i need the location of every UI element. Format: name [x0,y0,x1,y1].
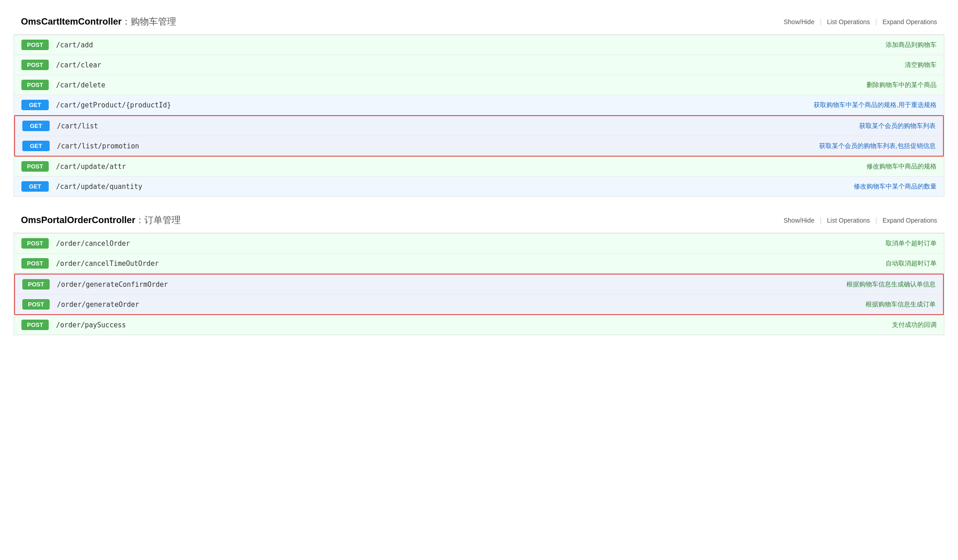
operations-list: POST/cart/add添加商品到购物车POST/cart/clear清空购物… [14,35,944,197]
highlighted-group-cart-list-group: GET/cart/list获取某个会员的购物车列表GET/cart/list/p… [14,115,944,157]
operation-row[interactable]: POST/cart/add添加商品到购物车 [14,35,944,55]
controller-actions: Show/Hide|List Operations|Expand Operati… [784,217,937,224]
operation-path: /order/cancelTimeOutOrder [56,260,846,268]
controller-header: OmsPortalOrderController：订单管理Show/Hide|L… [14,208,944,233]
controller-section-order-controller: OmsPortalOrderController：订单管理Show/Hide|L… [14,208,944,335]
highlighted-group-order-generate-group: POST/order/generateConfirmOrder根据购物车信息生成… [14,274,944,315]
operation-row[interactable]: POST/cart/clear清空购物车 [14,55,944,75]
operation-path: /order/cancelOrder [56,239,846,248]
operation-desc: 获取购物车中某个商品的规格,用于重选规格 [814,101,937,109]
method-badge-post: POST [21,320,49,330]
divider: | [876,217,877,224]
controller-section-cart-controller: OmsCartItemController：购物车管理Show/Hide|Lis… [14,9,944,197]
method-badge-get: GET [21,181,49,192]
method-badge-post: POST [21,60,49,70]
list-operations-link[interactable]: List Operations [827,217,870,224]
method-badge-post: POST [21,238,49,249]
operation-desc: 添加商品到购物车 [846,41,937,49]
method-badge-post: POST [22,279,50,290]
divider: | [876,18,877,25]
operation-path: /cart/update/quantity [56,183,846,191]
list-operations-link[interactable]: List Operations [827,18,870,25]
expand-operations-link[interactable]: Expand Operations [882,18,937,25]
method-badge-post: POST [21,161,49,172]
operation-path: /order/generateOrder [57,300,845,309]
operation-row[interactable]: POST/cart/update/attr修改购物车中商品的规格 [14,157,944,177]
controller-header: OmsCartItemController：购物车管理Show/Hide|Lis… [14,9,944,35]
operation-row[interactable]: GET/cart/list获取某个会员的购物车列表 [15,116,943,136]
operations-list: POST/order/cancelOrder取消单个超时订单POST/order… [14,233,944,335]
operation-desc: 清空购物车 [846,61,937,69]
operation-row[interactable]: POST/order/paySuccess支付成功的回调 [14,315,944,335]
operation-desc: 取消单个超时订单 [846,239,937,248]
operation-desc: 获取某个会员的购物车列表 [845,122,936,130]
method-badge-post: POST [21,40,49,50]
method-badge-get: GET [22,121,50,131]
operation-desc: 根据购物车信息生成确认单信息 [845,280,936,289]
operation-desc: 支付成功的回调 [846,321,937,329]
operation-row[interactable]: POST/order/generateConfirmOrder根据购物车信息生成… [15,275,943,295]
show-hide-link[interactable]: Show/Hide [784,18,815,25]
operation-row[interactable]: POST/cart/delete删除购物车中的某个商品 [14,75,944,95]
operation-row[interactable]: POST/order/generateOrder根据购物车信息生成订单 [15,295,943,314]
operation-path: /cart/getProduct/{productId} [56,101,814,109]
method-badge-post: POST [21,80,49,90]
operation-desc: 删除购物车中的某个商品 [846,81,937,89]
show-hide-link[interactable]: Show/Hide [784,217,815,224]
operation-path: /cart/clear [56,61,846,69]
operation-row[interactable]: POST/order/cancelOrder取消单个超时订单 [14,234,944,254]
operation-row[interactable]: GET/cart/getProduct/{productId}获取购物车中某个商… [14,95,944,115]
operation-path: /cart/delete [56,81,846,89]
operation-desc: 获取某个会员的购物车列表,包括促销信息 [819,142,936,150]
operation-desc: 修改购物车中某个商品的数量 [846,183,937,191]
method-badge-post: POST [22,299,50,310]
page-wrapper: OmsCartItemController：购物车管理Show/Hide|Lis… [0,0,958,355]
operation-row[interactable]: POST/order/cancelTimeOutOrder自动取消超时订单 [14,254,944,274]
operation-row[interactable]: GET/cart/list/promotion获取某个会员的购物车列表,包括促销… [15,136,943,156]
operation-desc: 自动取消超时订单 [846,260,937,268]
method-badge-get: GET [21,100,49,110]
operation-path: /cart/list/promotion [57,142,819,150]
method-badge-post: POST [21,258,49,269]
operation-path: /order/paySuccess [56,321,846,329]
operation-path: /cart/list [57,122,845,130]
operation-path: /cart/update/attr [56,163,846,171]
controller-title: OmsCartItemController：购物车管理 [21,15,176,28]
expand-operations-link[interactable]: Expand Operations [882,217,937,224]
operation-row[interactable]: GET/cart/update/quantity修改购物车中某个商品的数量 [14,177,944,196]
method-badge-get: GET [22,141,50,151]
controller-actions: Show/Hide|List Operations|Expand Operati… [784,18,937,25]
operation-path: /order/generateConfirmOrder [57,280,845,289]
operation-path: /cart/add [56,41,846,49]
controller-title: OmsPortalOrderController：订单管理 [21,214,181,226]
operation-desc: 根据购物车信息生成订单 [845,300,936,309]
divider: | [820,217,822,224]
operation-desc: 修改购物车中商品的规格 [846,163,937,171]
divider: | [820,18,822,25]
